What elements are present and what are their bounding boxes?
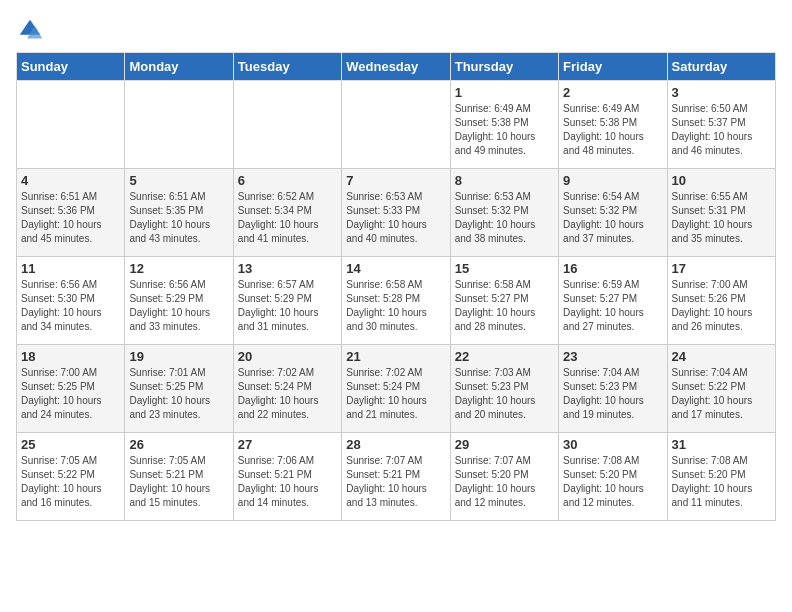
day-number: 2 <box>563 85 662 100</box>
day-info: Sunrise: 7:07 AM Sunset: 5:20 PM Dayligh… <box>455 454 554 510</box>
day-number: 30 <box>563 437 662 452</box>
calendar-cell: 6Sunrise: 6:52 AM Sunset: 5:34 PM Daylig… <box>233 169 341 257</box>
calendar-cell: 28Sunrise: 7:07 AM Sunset: 5:21 PM Dayli… <box>342 433 450 521</box>
day-info: Sunrise: 7:05 AM Sunset: 5:21 PM Dayligh… <box>129 454 228 510</box>
calendar-cell: 8Sunrise: 6:53 AM Sunset: 5:32 PM Daylig… <box>450 169 558 257</box>
calendar-cell: 24Sunrise: 7:04 AM Sunset: 5:22 PM Dayli… <box>667 345 775 433</box>
day-info: Sunrise: 6:51 AM Sunset: 5:36 PM Dayligh… <box>21 190 120 246</box>
day-info: Sunrise: 7:01 AM Sunset: 5:25 PM Dayligh… <box>129 366 228 422</box>
day-number: 21 <box>346 349 445 364</box>
calendar-cell: 7Sunrise: 6:53 AM Sunset: 5:33 PM Daylig… <box>342 169 450 257</box>
calendar-cell: 25Sunrise: 7:05 AM Sunset: 5:22 PM Dayli… <box>17 433 125 521</box>
day-info: Sunrise: 6:56 AM Sunset: 5:29 PM Dayligh… <box>129 278 228 334</box>
calendar-cell: 29Sunrise: 7:07 AM Sunset: 5:20 PM Dayli… <box>450 433 558 521</box>
day-number: 20 <box>238 349 337 364</box>
day-info: Sunrise: 6:58 AM Sunset: 5:28 PM Dayligh… <box>346 278 445 334</box>
day-info: Sunrise: 7:05 AM Sunset: 5:22 PM Dayligh… <box>21 454 120 510</box>
calendar-table: SundayMondayTuesdayWednesdayThursdayFrid… <box>16 52 776 521</box>
calendar-cell <box>233 81 341 169</box>
day-number: 17 <box>672 261 771 276</box>
calendar-cell: 15Sunrise: 6:58 AM Sunset: 5:27 PM Dayli… <box>450 257 558 345</box>
day-info: Sunrise: 6:49 AM Sunset: 5:38 PM Dayligh… <box>455 102 554 158</box>
calendar-cell: 10Sunrise: 6:55 AM Sunset: 5:31 PM Dayli… <box>667 169 775 257</box>
calendar-cell: 21Sunrise: 7:02 AM Sunset: 5:24 PM Dayli… <box>342 345 450 433</box>
day-info: Sunrise: 7:04 AM Sunset: 5:23 PM Dayligh… <box>563 366 662 422</box>
calendar-cell <box>125 81 233 169</box>
calendar-cell: 13Sunrise: 6:57 AM Sunset: 5:29 PM Dayli… <box>233 257 341 345</box>
day-number: 18 <box>21 349 120 364</box>
calendar-cell: 1Sunrise: 6:49 AM Sunset: 5:38 PM Daylig… <box>450 81 558 169</box>
calendar-cell <box>342 81 450 169</box>
calendar-cell: 4Sunrise: 6:51 AM Sunset: 5:36 PM Daylig… <box>17 169 125 257</box>
weekday-header-thursday: Thursday <box>450 53 558 81</box>
calendar-cell: 22Sunrise: 7:03 AM Sunset: 5:23 PM Dayli… <box>450 345 558 433</box>
logo-icon <box>16 16 44 44</box>
calendar-cell: 27Sunrise: 7:06 AM Sunset: 5:21 PM Dayli… <box>233 433 341 521</box>
calendar-cell: 3Sunrise: 6:50 AM Sunset: 5:37 PM Daylig… <box>667 81 775 169</box>
calendar-cell: 17Sunrise: 7:00 AM Sunset: 5:26 PM Dayli… <box>667 257 775 345</box>
day-info: Sunrise: 6:56 AM Sunset: 5:30 PM Dayligh… <box>21 278 120 334</box>
day-number: 3 <box>672 85 771 100</box>
calendar-cell: 23Sunrise: 7:04 AM Sunset: 5:23 PM Dayli… <box>559 345 667 433</box>
day-number: 1 <box>455 85 554 100</box>
day-info: Sunrise: 6:49 AM Sunset: 5:38 PM Dayligh… <box>563 102 662 158</box>
calendar-cell: 18Sunrise: 7:00 AM Sunset: 5:25 PM Dayli… <box>17 345 125 433</box>
day-number: 4 <box>21 173 120 188</box>
day-info: Sunrise: 7:02 AM Sunset: 5:24 PM Dayligh… <box>346 366 445 422</box>
day-info: Sunrise: 7:00 AM Sunset: 5:26 PM Dayligh… <box>672 278 771 334</box>
day-number: 25 <box>21 437 120 452</box>
day-info: Sunrise: 7:07 AM Sunset: 5:21 PM Dayligh… <box>346 454 445 510</box>
calendar-cell: 9Sunrise: 6:54 AM Sunset: 5:32 PM Daylig… <box>559 169 667 257</box>
day-info: Sunrise: 6:53 AM Sunset: 5:32 PM Dayligh… <box>455 190 554 246</box>
day-info: Sunrise: 6:57 AM Sunset: 5:29 PM Dayligh… <box>238 278 337 334</box>
page-header <box>16 16 776 44</box>
weekday-header-monday: Monday <box>125 53 233 81</box>
day-number: 31 <box>672 437 771 452</box>
day-number: 5 <box>129 173 228 188</box>
day-number: 14 <box>346 261 445 276</box>
calendar-cell: 14Sunrise: 6:58 AM Sunset: 5:28 PM Dayli… <box>342 257 450 345</box>
day-number: 29 <box>455 437 554 452</box>
weekday-header-saturday: Saturday <box>667 53 775 81</box>
day-number: 11 <box>21 261 120 276</box>
weekday-header-sunday: Sunday <box>17 53 125 81</box>
calendar-cell: 5Sunrise: 6:51 AM Sunset: 5:35 PM Daylig… <box>125 169 233 257</box>
day-info: Sunrise: 6:53 AM Sunset: 5:33 PM Dayligh… <box>346 190 445 246</box>
day-number: 10 <box>672 173 771 188</box>
calendar-cell <box>17 81 125 169</box>
day-number: 22 <box>455 349 554 364</box>
day-number: 27 <box>238 437 337 452</box>
day-number: 19 <box>129 349 228 364</box>
day-number: 24 <box>672 349 771 364</box>
logo <box>16 16 46 44</box>
day-number: 12 <box>129 261 228 276</box>
calendar-cell: 16Sunrise: 6:59 AM Sunset: 5:27 PM Dayli… <box>559 257 667 345</box>
day-info: Sunrise: 6:58 AM Sunset: 5:27 PM Dayligh… <box>455 278 554 334</box>
calendar-cell: 20Sunrise: 7:02 AM Sunset: 5:24 PM Dayli… <box>233 345 341 433</box>
day-number: 6 <box>238 173 337 188</box>
day-number: 8 <box>455 173 554 188</box>
day-info: Sunrise: 6:54 AM Sunset: 5:32 PM Dayligh… <box>563 190 662 246</box>
day-number: 23 <box>563 349 662 364</box>
day-number: 16 <box>563 261 662 276</box>
day-info: Sunrise: 7:06 AM Sunset: 5:21 PM Dayligh… <box>238 454 337 510</box>
day-info: Sunrise: 7:08 AM Sunset: 5:20 PM Dayligh… <box>563 454 662 510</box>
calendar-cell: 31Sunrise: 7:08 AM Sunset: 5:20 PM Dayli… <box>667 433 775 521</box>
day-info: Sunrise: 7:04 AM Sunset: 5:22 PM Dayligh… <box>672 366 771 422</box>
day-number: 13 <box>238 261 337 276</box>
day-info: Sunrise: 6:51 AM Sunset: 5:35 PM Dayligh… <box>129 190 228 246</box>
calendar-cell: 11Sunrise: 6:56 AM Sunset: 5:30 PM Dayli… <box>17 257 125 345</box>
day-number: 26 <box>129 437 228 452</box>
calendar-cell: 19Sunrise: 7:01 AM Sunset: 5:25 PM Dayli… <box>125 345 233 433</box>
day-info: Sunrise: 6:52 AM Sunset: 5:34 PM Dayligh… <box>238 190 337 246</box>
day-info: Sunrise: 7:03 AM Sunset: 5:23 PM Dayligh… <box>455 366 554 422</box>
calendar-cell: 30Sunrise: 7:08 AM Sunset: 5:20 PM Dayli… <box>559 433 667 521</box>
weekday-header-friday: Friday <box>559 53 667 81</box>
calendar-cell: 12Sunrise: 6:56 AM Sunset: 5:29 PM Dayli… <box>125 257 233 345</box>
day-number: 7 <box>346 173 445 188</box>
day-info: Sunrise: 6:50 AM Sunset: 5:37 PM Dayligh… <box>672 102 771 158</box>
day-info: Sunrise: 7:08 AM Sunset: 5:20 PM Dayligh… <box>672 454 771 510</box>
day-number: 28 <box>346 437 445 452</box>
day-info: Sunrise: 7:02 AM Sunset: 5:24 PM Dayligh… <box>238 366 337 422</box>
day-info: Sunrise: 6:59 AM Sunset: 5:27 PM Dayligh… <box>563 278 662 334</box>
